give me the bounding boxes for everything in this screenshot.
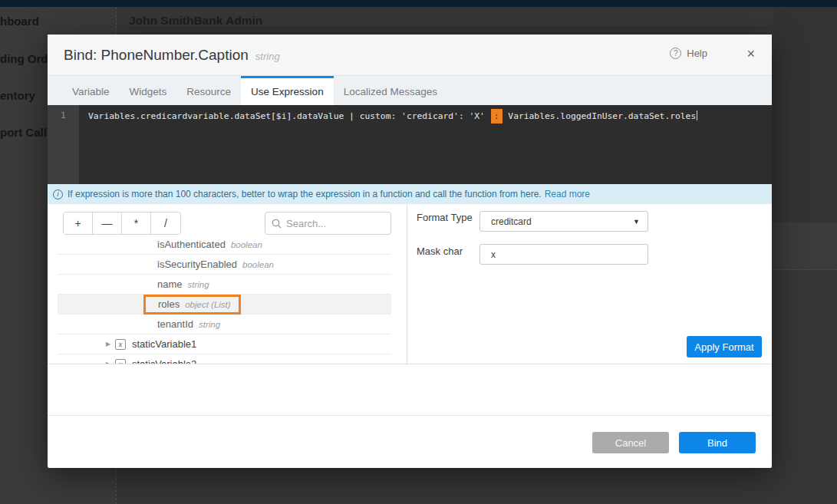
panel-divider xyxy=(407,204,407,364)
canvas-page-title: John SmithBank Admin xyxy=(129,14,262,28)
sidebar-item-inventory: entory xyxy=(0,89,35,102)
property-type: object (List) xyxy=(185,300,230,309)
help-label: Help xyxy=(687,48,707,59)
dialog-tabs: Variable Widgets Resource Use Expression… xyxy=(48,76,772,105)
format-type-dropdown[interactable]: creditcard ▼ xyxy=(479,211,648,232)
operator-plus-button[interactable]: + xyxy=(64,212,93,234)
widget-selection-outline-inner xyxy=(144,32,790,33)
expand-arrow-icon[interactable]: ▶ xyxy=(106,361,115,364)
format-type-label: Format Type xyxy=(417,212,473,223)
dialog-title-type: string xyxy=(255,51,280,62)
widget-selection-outline xyxy=(129,28,815,28)
operator-button-group: + — * / xyxy=(63,212,181,235)
tree-row-isauthenticated[interactable]: isAuthenticated boolean xyxy=(58,238,391,255)
property-name: name xyxy=(157,278,183,290)
variable-tree: isAuthenticated boolean isSecurityEnable… xyxy=(48,238,407,364)
variable-label: staticVariable2 xyxy=(132,358,196,364)
close-icon[interactable]: × xyxy=(746,46,755,62)
dropdown-caret-icon: ▼ xyxy=(633,218,640,226)
tab-widgets[interactable]: Widgets xyxy=(120,76,177,105)
property-name: tenantId xyxy=(157,318,193,330)
help-icon: ? xyxy=(670,48,681,59)
expression-post: Variables.loggedInUser.dataSet.roles xyxy=(508,111,696,121)
tab-use-expression[interactable]: Use Expression xyxy=(241,76,334,105)
editor-line-number: 1 xyxy=(61,110,66,120)
expression-info-bar: i If expression is more than 100 charact… xyxy=(48,184,772,204)
roles-selection-outline: roles object (List) xyxy=(143,295,241,315)
operator-minus-button[interactable]: — xyxy=(93,212,122,234)
read-more-link[interactable]: Read more xyxy=(545,189,590,199)
search-input[interactable] xyxy=(286,218,384,229)
sidebar-item-dashboard: hboard xyxy=(0,15,39,28)
tree-row-staticvariable1[interactable]: ▶ x staticVariable1 xyxy=(58,334,391,354)
search-icon xyxy=(272,219,282,229)
footer-separator xyxy=(48,415,772,416)
tree-row-issecurityenabled[interactable]: isSecurityEnabled boolean xyxy=(58,255,391,275)
operator-multiply-button[interactable]: * xyxy=(122,212,151,234)
text-caret xyxy=(697,110,697,120)
variable-icon: x xyxy=(115,339,126,350)
info-icon: i xyxy=(53,189,63,199)
property-type: boolean xyxy=(242,260,274,269)
search-box xyxy=(265,212,391,235)
dialog-title-text: Bind: PhoneNumber.Caption xyxy=(64,47,249,63)
bind-button[interactable]: Bind xyxy=(679,432,756,453)
property-name: isSecurityEnabled xyxy=(157,259,237,270)
dialog-title: Bind: PhoneNumber.Captionstring xyxy=(64,47,280,64)
expression-line: Variables.credicardvariable.dataSet[$i].… xyxy=(88,110,697,121)
tree-row-name[interactable]: name string xyxy=(58,275,391,295)
sidebar-item-support-calls: port Calls xyxy=(0,126,53,139)
format-type-value: creditcard xyxy=(491,216,532,227)
bind-dialog: Bind: PhoneNumber.Captionstring ? Help ×… xyxy=(48,35,772,468)
tree-row-roles-selected[interactable]: roles object (List) xyxy=(58,295,391,315)
operator-divide-button[interactable]: / xyxy=(151,212,180,234)
apply-format-button[interactable]: Apply Format xyxy=(687,336,762,357)
tab-localized-messages[interactable]: Localized Messages xyxy=(334,76,447,105)
cancel-button[interactable]: Cancel xyxy=(592,432,669,453)
expand-arrow-icon[interactable]: ▶ xyxy=(106,341,115,348)
tree-row-tenantid[interactable]: tenantId string xyxy=(58,315,391,334)
variable-icon: x xyxy=(115,359,126,364)
mask-char-input[interactable] xyxy=(479,244,648,265)
property-name: isAuthenticated xyxy=(157,239,226,250)
help-button[interactable]: ? Help xyxy=(670,48,707,59)
mask-char-label: Mask char xyxy=(417,245,463,257)
tree-row-staticvariable2[interactable]: ▶ x staticVariable2 xyxy=(58,354,391,364)
property-type: string xyxy=(188,280,209,289)
canvas-right-region-lower xyxy=(773,222,837,270)
property-name: roles xyxy=(158,298,180,310)
canvas-right-region xyxy=(773,7,837,222)
expression-pre: Variables.credicardvariable.dataSet[$i].… xyxy=(88,111,485,121)
expression-code-editor[interactable]: 1 Variables.credicardvariable.dataSet[$i… xyxy=(48,105,772,184)
dialog-header: Bind: PhoneNumber.Captionstring ? Help × xyxy=(48,35,772,76)
tab-resource[interactable]: Resource xyxy=(176,76,241,105)
app-top-bar xyxy=(0,0,837,7)
variable-label: staticVariable1 xyxy=(132,338,196,350)
tab-variable[interactable]: Variable xyxy=(62,76,120,105)
expression-highlight: : xyxy=(491,109,503,124)
info-text: If expression is more than 100 character… xyxy=(68,189,542,199)
property-type: boolean xyxy=(231,240,262,249)
editor-gutter: 1 xyxy=(48,105,79,184)
content-bottom-border xyxy=(48,364,772,364)
property-type: string xyxy=(199,320,220,329)
